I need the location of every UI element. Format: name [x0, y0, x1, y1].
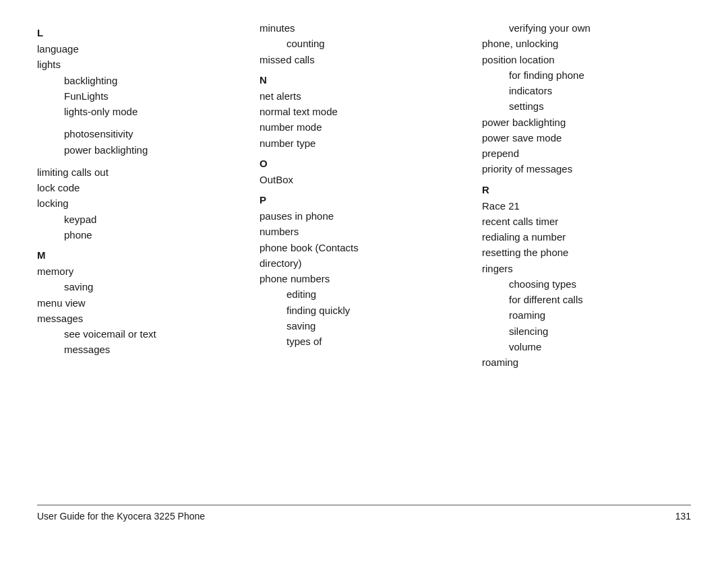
footer-title: User Guide for the Kyocera 3225 Phone	[37, 511, 205, 522]
section-header-N: N	[260, 74, 468, 86]
index-entry: ringers	[482, 261, 691, 276]
spacer	[37, 158, 246, 164]
index-entry: phone, unlocking	[482, 36, 691, 51]
column-1: LlanguagelightsbacklightingFunLightsligh…	[37, 20, 260, 498]
index-entry: redialing a number	[482, 229, 691, 245]
index-entry: power backlighting	[37, 142, 246, 158]
index-entry: for different calls	[482, 292, 691, 307]
section-header-R: R	[482, 184, 691, 195]
index-entry: settings	[482, 98, 691, 114]
index-entry: volume	[482, 339, 691, 354]
index-entry: saving	[260, 318, 468, 334]
index-entry: editing	[260, 286, 468, 302]
index-entry: Race 21	[482, 198, 691, 214]
index-entry: types of	[260, 334, 468, 349]
index-entry: verifying your own	[482, 20, 691, 36]
index-entry: messages	[37, 311, 246, 326]
index-entry: language	[37, 41, 246, 57]
index-entry: recent calls timer	[482, 214, 691, 229]
section-header-O: O	[260, 158, 468, 169]
index-entry: power backlighting	[482, 115, 691, 130]
index-entry: pauses in phone	[260, 208, 468, 224]
index-entry: backlighting	[37, 73, 246, 88]
index-entry: numbers	[260, 224, 468, 239]
column-3: verifying your ownphone, unlockingpositi…	[482, 20, 691, 498]
section-1-2: OOutBox	[260, 158, 468, 187]
index-entry: silencing	[482, 323, 691, 339]
index-entry: keypad	[37, 212, 246, 227]
index-entry: FunLights	[37, 88, 246, 104]
index-entry: directory)	[260, 255, 468, 271]
index-entry: lights	[37, 57, 246, 72]
index-entry: phone	[37, 227, 246, 243]
index-entry: counting	[260, 36, 468, 51]
index-entry: priority of messages	[482, 161, 691, 177]
section-1-1: Nnet alertsnormal text modenumber modenu…	[260, 74, 468, 151]
index-entry: power save mode	[482, 130, 691, 146]
section-header-L: L	[37, 27, 246, 38]
index-entry: memory	[37, 263, 246, 279]
index-entry: minutes	[260, 20, 468, 36]
section-1-3: Ppauses in phonenumbersphone book (Conta…	[260, 194, 468, 349]
index-entry: limiting calls out	[37, 164, 246, 180]
section-header-M: M	[37, 249, 246, 261]
footer-page: 131	[675, 511, 691, 522]
index-entry: lock code	[37, 180, 246, 195]
footer: User Guide for the Kyocera 3225 Phone 13…	[37, 505, 691, 522]
index-entry: see voicemail or text	[37, 326, 246, 342]
index-entry: resetting the phone	[482, 245, 691, 260]
section-0-0: LlanguagelightsbacklightingFunLightsligh…	[37, 27, 246, 243]
index-entry: missed calls	[260, 52, 468, 67]
index-entry: position location	[482, 52, 691, 67]
column-2: minutescountingmissed callsNnet alertsno…	[260, 20, 482, 498]
index-entry: prepend	[482, 146, 691, 161]
index-entry: roaming	[482, 354, 691, 370]
section-header-P: P	[260, 194, 468, 206]
index-entry: menu view	[37, 295, 246, 311]
index-entry: roaming	[482, 307, 691, 323]
index-entry: photosensitivity	[37, 126, 246, 142]
index-entry: net alerts	[260, 88, 468, 104]
index-entry: phone book (Contacts	[260, 240, 468, 255]
section-2-1: RRace 21recent calls timerredialing a nu…	[482, 184, 691, 371]
index-entry: lights-only mode	[37, 104, 246, 119]
page-container: LlanguagelightsbacklightingFunLightsligh…	[0, 0, 728, 562]
index-entry: messages	[37, 342, 246, 357]
index-entry: normal text mode	[260, 104, 468, 119]
index-entry: phone numbers	[260, 271, 468, 286]
index-entry: number mode	[260, 119, 468, 135]
index-entry: locking	[37, 195, 246, 211]
section-2-0: verifying your ownphone, unlockingpositi…	[482, 20, 691, 177]
index-entry: OutBox	[260, 172, 468, 187]
spacer	[37, 119, 246, 126]
index-entry: for finding phone	[482, 67, 691, 83]
content-area: LlanguagelightsbacklightingFunLightsligh…	[37, 20, 691, 498]
index-entry: finding quickly	[260, 303, 468, 318]
index-entry: number type	[260, 135, 468, 151]
index-entry: indicators	[482, 83, 691, 98]
section-0-1: Mmemorysavingmenu viewmessagessee voicem…	[37, 249, 246, 358]
index-entry: saving	[37, 279, 246, 294]
index-entry: choosing types	[482, 276, 691, 292]
section-1-0: minutescountingmissed calls	[260, 20, 468, 67]
